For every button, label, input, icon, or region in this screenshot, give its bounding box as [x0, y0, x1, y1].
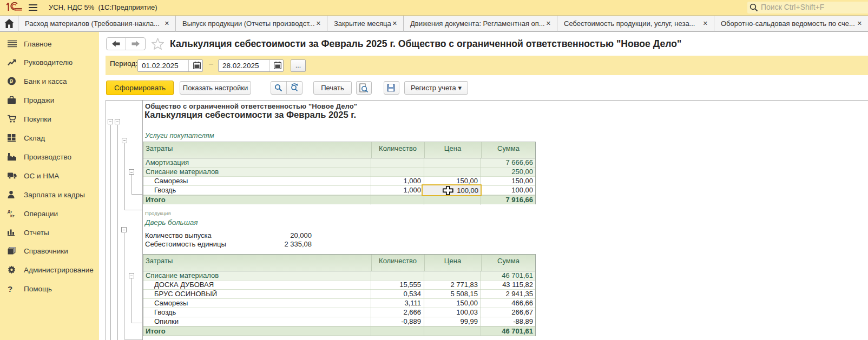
svg-text:₽: ₽ [10, 78, 13, 84]
svg-text:?: ? [8, 285, 12, 293]
svg-text:Дт: Дт [8, 210, 12, 214]
svg-text:Кт: Кт [10, 214, 15, 218]
